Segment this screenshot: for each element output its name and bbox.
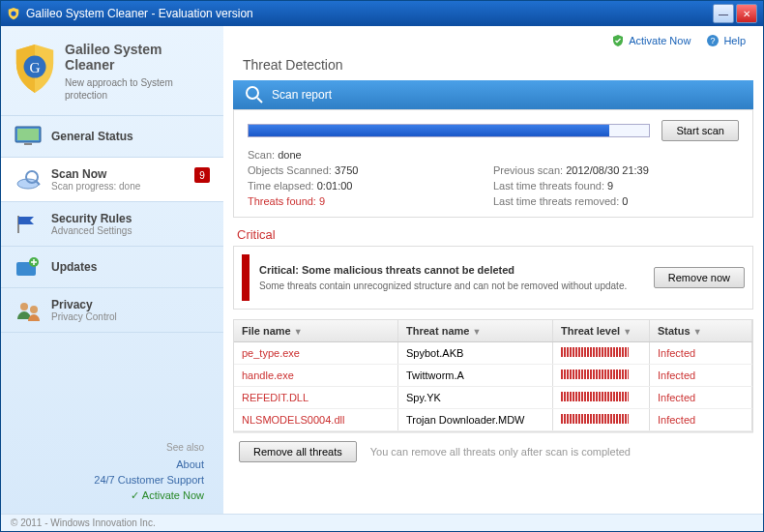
cell-level: [553, 365, 650, 386]
nav-label: Updates: [51, 260, 97, 274]
link-activate[interactable]: Activate Now: [20, 489, 204, 502]
scan-icon: [15, 169, 42, 191]
sort-icon: ▼: [294, 327, 303, 337]
cell-file: REFEDIT.DLL: [234, 387, 398, 408]
updates-icon: [15, 256, 42, 278]
sidebar-item-rules[interactable]: Security Rules Advanced Settings: [1, 201, 223, 247]
remove-all-button[interactable]: Remove all threats: [239, 441, 357, 462]
nav-label: General Status: [51, 130, 133, 143]
top-link-help[interactable]: ? Help: [706, 34, 746, 47]
cell-status: Infected: [650, 409, 752, 430]
threat-table: File name▼ Threat name▼ Threat level▼ St…: [233, 319, 753, 432]
main-panel: Activate Now ? Help Threat Detection Sca…: [223, 26, 763, 514]
bottom-bar: Remove all threats You can remove all th…: [233, 432, 753, 470]
cell-file: NLSMODELS0004.dll: [234, 409, 398, 430]
col-status[interactable]: Status▼: [650, 320, 752, 341]
svg-text:?: ?: [711, 36, 716, 45]
cell-file: pe_type.exe: [234, 342, 398, 364]
col-level[interactable]: Threat level▼: [553, 320, 650, 341]
threats-found: 9: [319, 195, 325, 207]
window-title: Galileo System Cleaner - Evaluation vers…: [26, 7, 253, 20]
table-row[interactable]: handle.exeTwittworm.AInfected: [234, 365, 752, 387]
close-button[interactable]: ✕: [736, 4, 757, 23]
table-row[interactable]: NLSMODELS0004.dllTrojan Downloader.MDWIn…: [234, 409, 752, 431]
help-icon: ?: [706, 34, 720, 47]
sidebar: G Galileo System Cleaner New approach to…: [1, 26, 223, 514]
last-threats-found: 9: [607, 180, 613, 192]
brand-title-1: Galileo System: [65, 42, 212, 57]
threat-level-bar: [561, 369, 629, 379]
svg-rect-5: [24, 143, 32, 145]
sidebar-item-scan[interactable]: Scan Now Scan progress: done 9: [1, 157, 223, 202]
nav-label: Privacy: [51, 298, 117, 311]
nav-sublabel: Privacy Control: [51, 311, 117, 322]
minimize-button[interactable]: —: [713, 4, 734, 23]
threat-level-bar: [561, 347, 629, 357]
report-bar: Scan report: [233, 80, 753, 109]
sidebar-item-privacy[interactable]: Privacy Privacy Control: [1, 287, 223, 333]
critical-title: Critical: Some malicious threats cannot …: [259, 264, 627, 276]
nav-sublabel: Advanced Settings: [51, 225, 132, 236]
sidebar-item-updates[interactable]: Updates: [1, 246, 223, 288]
magnifier-icon: [245, 85, 264, 104]
cell-status: Infected: [650, 342, 752, 364]
cell-level: [553, 409, 650, 430]
col-file[interactable]: File name▼: [234, 320, 398, 341]
cell-threat: Twittworm.A: [398, 365, 553, 386]
remove-now-button[interactable]: Remove now: [654, 267, 745, 288]
sort-icon: ▼: [623, 327, 632, 337]
monitor-icon: [15, 126, 42, 147]
app-window: Galileo System Cleaner - Evaluation vers…: [0, 0, 764, 532]
critical-subtitle: Some threats contain unrecognized struct…: [259, 280, 627, 292]
page-title: Threat Detection: [243, 57, 744, 73]
col-threat[interactable]: Threat name▼: [398, 320, 553, 341]
threat-level-bar: [561, 414, 629, 424]
nav-label: Security Rules: [51, 212, 132, 225]
link-support[interactable]: 24/7 Customer Support: [20, 474, 204, 486]
remove-note: You can remove all threats only after sc…: [370, 446, 631, 458]
table-row[interactable]: REFEDIT.DLLSpy.YKInfected: [234, 387, 752, 409]
sort-icon: ▼: [472, 327, 481, 337]
progress-bar: [248, 124, 650, 137]
cell-threat: Trojan Downloader.MDW: [398, 409, 553, 430]
svg-line-17: [257, 98, 262, 103]
brand-title-2: Cleaner: [65, 57, 212, 73]
objects-scanned: 3750: [335, 164, 358, 176]
last-threats-removed: 0: [622, 195, 628, 207]
table-row[interactable]: pe_type.exeSpybot.AKBInfected: [234, 342, 752, 365]
see-also: See also About 24/7 Customer Support Act…: [1, 432, 223, 506]
svg-point-12: [20, 303, 28, 310]
time-elapsed: 0:01:00: [317, 180, 353, 192]
scan-status: done: [278, 149, 301, 161]
sidebar-item-general[interactable]: General Status: [1, 115, 223, 158]
nav-sublabel: Scan progress: done: [51, 181, 140, 192]
titlebar: Galileo System Cleaner - Evaluation vers…: [1, 1, 763, 26]
cell-level: [553, 342, 650, 364]
shield-check-icon: [611, 34, 625, 47]
cell-threat: Spy.YK: [398, 387, 553, 408]
svg-point-0: [11, 11, 15, 15]
link-about[interactable]: About: [20, 458, 204, 470]
cell-status: Infected: [650, 387, 752, 408]
table-header: File name▼ Threat name▼ Threat level▼ St…: [234, 320, 752, 342]
app-icon: [7, 7, 20, 20]
sort-icon: ▼: [693, 327, 702, 337]
critical-heading: Critical: [237, 227, 749, 242]
cell-threat: Spybot.AKB: [398, 342, 553, 364]
critical-indicator: [242, 254, 250, 301]
brand-subtitle: New approach to System protection: [65, 76, 212, 102]
start-scan-button[interactable]: Start scan: [661, 120, 739, 141]
content: G Galileo System Cleaner New approach to…: [1, 26, 763, 514]
scan-box: Start scan Scan: done Objects Scanned: 3…: [233, 109, 753, 218]
brand-block: G Galileo System Cleaner New approach to…: [1, 34, 223, 115]
shield-icon: G: [13, 42, 57, 96]
cell-status: Infected: [650, 365, 752, 386]
top-link-activate[interactable]: Activate Now: [611, 34, 691, 47]
privacy-icon: [15, 300, 42, 321]
flag-icon: [15, 214, 42, 235]
svg-rect-4: [17, 129, 39, 140]
svg-point-16: [247, 87, 258, 99]
see-also-heading: See also: [20, 442, 204, 453]
previous-scan: 2012/08/30 21:39: [566, 164, 649, 176]
cell-level: [553, 387, 650, 408]
